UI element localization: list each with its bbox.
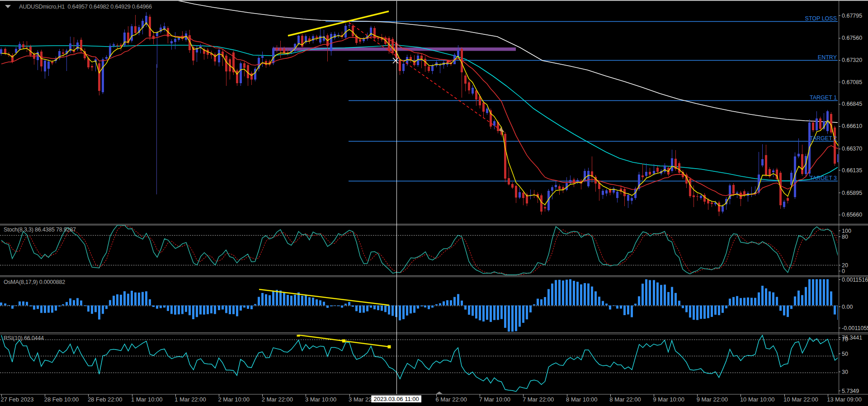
svg-text:0.65660: 0.65660 [842,212,862,218]
svg-text:OsMA(8,17,9) 0.0000882: OsMA(8,17,9) 0.0000882 [4,279,65,285]
svg-text:0.00: 0.00 [842,304,853,310]
svg-text:0.67320: 0.67320 [842,57,862,63]
svg-text:1 Mar 22:00: 1 Mar 22:00 [175,396,206,403]
svg-text:20: 20 [842,262,848,269]
svg-text:7 Mar 10:00: 7 Mar 10:00 [479,396,510,403]
svg-text:-0.0011055: -0.0011055 [842,325,868,331]
svg-text:STOP LOSS: STOP LOSS [805,15,837,22]
svg-text:6 Mar 22:00: 6 Mar 22:00 [435,396,467,403]
svg-text:27 Feb 2023: 27 Feb 2023 [1,396,34,403]
svg-text:2 Mar 10:00: 2 Mar 10:00 [218,396,250,403]
svg-text:100: 100 [842,228,851,234]
svg-text:3 Mar 10:00: 3 Mar 10:00 [305,396,336,403]
svg-text:0.66135: 0.66135 [842,167,862,174]
svg-text:0.0011516: 0.0011516 [842,277,868,283]
svg-text:TARGET 2: TARGET 2 [810,135,837,142]
svg-text:5.7349: 5.7349 [842,388,859,394]
svg-text:2 Mar 22:00: 2 Mar 22:00 [262,396,293,403]
svg-text:13 Mar 09:00: 13 Mar 09:00 [827,396,862,403]
svg-text:28 Feb 10:00: 28 Feb 10:00 [44,396,79,403]
svg-text:9 Mar 10:00: 9 Mar 10:00 [653,396,684,403]
svg-text:7 Mar 22:00: 7 Mar 22:00 [523,396,554,403]
svg-text:50: 50 [842,351,848,357]
svg-text:0.66370: 0.66370 [842,146,862,152]
svg-text:0.67795: 0.67795 [842,13,862,19]
svg-text:8 Mar 10:00: 8 Mar 10:00 [566,396,597,403]
svg-text:30: 30 [842,369,848,375]
svg-text:TARGET 3: TARGET 3 [810,175,837,181]
svg-text:AUDUSDmicro,H1 0.64957 0.6498: AUDUSDmicro,H1 0.64957 0.64982 0.64929 0… [19,3,152,10]
svg-text:9 Mar 22:00: 9 Mar 22:00 [697,396,728,403]
svg-text:Stoch(8,3,3) 86.4385 78.9287: Stoch(8,3,3) 86.4385 78.9287 [4,227,76,233]
svg-text:RSI(10) 66.0444: RSI(10) 66.0444 [4,335,44,341]
svg-text:80: 80 [842,234,848,240]
svg-text:0: 0 [842,268,845,274]
svg-text:0.66610: 0.66610 [842,123,862,129]
svg-text:0.67085: 0.67085 [842,79,862,85]
svg-text:0.65895: 0.65895 [842,190,862,196]
svg-text:10 Mar 22:00: 10 Mar 22:00 [783,396,818,403]
svg-text:28 Feb 22:00: 28 Feb 22:00 [88,396,123,403]
svg-text:ENTRY: ENTRY [818,54,837,61]
svg-text:2023.03.06 11:00: 2023.03.06 11:00 [373,396,419,402]
svg-text:10 Mar 10:00: 10 Mar 10:00 [740,396,775,403]
svg-text:0.66845: 0.66845 [842,101,862,107]
svg-text:76.3441: 76.3441 [842,335,862,341]
svg-text:8 Mar 22:00: 8 Mar 22:00 [609,396,641,403]
svg-text:1 Mar 10:00: 1 Mar 10:00 [131,396,162,403]
svg-text:TARGET 1: TARGET 1 [810,94,837,101]
svg-text:0.67560: 0.67560 [842,35,862,41]
